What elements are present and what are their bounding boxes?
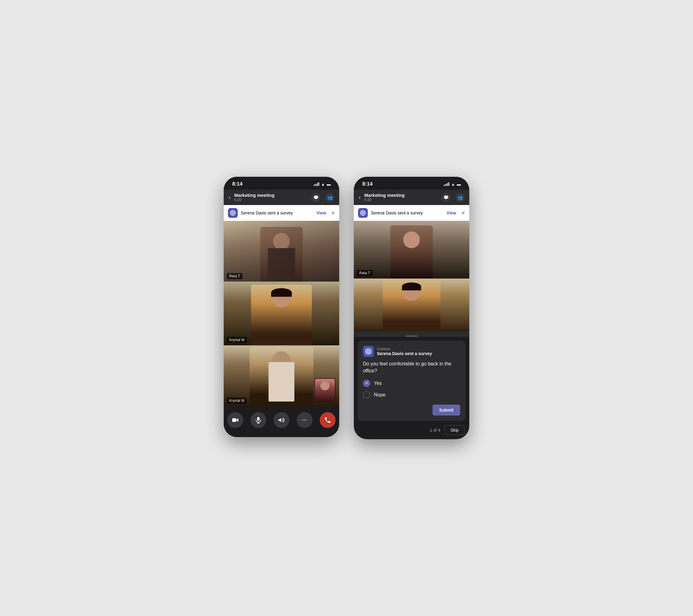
svg-point-13 xyxy=(368,351,369,352)
video-cell-krystal-right xyxy=(354,279,469,332)
survey-view-button-right[interactable]: View xyxy=(447,210,456,215)
call-header-left: ‹ Marketing meeting 5:20 💬 👥 xyxy=(224,189,339,205)
battery-icon-right: ▬ xyxy=(457,182,461,186)
participant-label-krystal-bottom: Krystal M xyxy=(227,397,247,404)
drag-handle[interactable] xyxy=(405,335,418,337)
call-duration-right: 5:20 xyxy=(364,198,438,202)
signal-icon-right xyxy=(444,182,449,186)
back-button-left[interactable]: ‹ xyxy=(229,194,231,201)
speaker-button[interactable] xyxy=(274,412,289,428)
survey-view-button-left[interactable]: View xyxy=(316,210,326,215)
wifi-icon: ▲ xyxy=(321,182,325,186)
survey-org-name: Contoso xyxy=(377,347,432,351)
call-icons-left: 💬 👥 xyxy=(311,193,334,202)
participants-icon-right[interactable]: 👥 xyxy=(455,193,464,202)
left-phone: 8:14 ▲ ▬ ‹ Marketing meeting 5:20 💬 xyxy=(224,177,339,437)
back-button-right[interactable]: ‹ xyxy=(359,194,361,201)
participant-label-reta-right: Reta T xyxy=(357,270,373,276)
survey-panel-sender: Serena Davis sent a survey xyxy=(377,351,432,356)
chat-icon-right[interactable]: 💬 xyxy=(441,193,451,202)
survey-banner-text-right: Serena Davis sent a survey xyxy=(371,210,443,215)
svg-marker-7 xyxy=(278,418,281,422)
end-call-button[interactable] xyxy=(320,412,336,428)
participants-icon[interactable]: 👥 xyxy=(325,193,334,202)
call-header-right: ‹ Marketing meeting 5:20 💬 👥 xyxy=(354,189,469,205)
skip-button[interactable]: Skip xyxy=(445,425,464,435)
call-title-right: Marketing meeting xyxy=(364,192,438,198)
svg-point-2 xyxy=(233,213,234,213)
more-button[interactable]: ··· xyxy=(297,412,313,428)
video-cell-reta-right: Reta T xyxy=(354,221,469,279)
right-phone: 8:14 ▲ ▬ ‹ Marketing meeting 5:20 💬 xyxy=(354,177,469,439)
video-grid-right: Reta T xyxy=(354,221,469,332)
call-controls: ··· xyxy=(224,406,339,437)
svg-point-10 xyxy=(363,213,363,213)
radio-yes[interactable] xyxy=(363,380,370,387)
video-grid-left: Reta T Krystal M xyxy=(224,221,339,406)
radio-nope[interactable] xyxy=(363,391,370,398)
call-duration-left: 5:20 xyxy=(234,198,308,202)
survey-close-button-right[interactable]: ✕ xyxy=(461,210,465,216)
survey-app-icon-left xyxy=(228,208,238,218)
mic-button[interactable] xyxy=(251,412,266,428)
video-button[interactable] xyxy=(227,412,243,428)
status-icons-right: ▲ ▬ xyxy=(444,182,461,186)
mic-control[interactable] xyxy=(251,412,266,428)
video-cell-krystal-mid: Krystal M xyxy=(224,282,339,345)
scene: 8:14 ▲ ▬ ‹ Marketing meeting 5:20 💬 xyxy=(205,159,488,457)
wifi-icon-right: ▲ xyxy=(451,182,455,186)
status-time-left: 8:14 xyxy=(232,181,242,187)
status-bar-right: 8:14 ▲ ▬ xyxy=(354,177,469,189)
option-nope-label: Nope xyxy=(374,392,385,397)
more-control[interactable]: ··· xyxy=(297,412,313,428)
video-control[interactable] xyxy=(227,412,243,428)
survey-page-count: 1 of 4 xyxy=(430,428,440,433)
self-view xyxy=(314,378,336,403)
chat-icon[interactable]: 💬 xyxy=(311,193,320,202)
survey-banner-left: Serena Davis sent a survey View ✕ xyxy=(224,205,339,221)
survey-banner-right: Serena Davis sent a survey View ✕ xyxy=(354,205,469,221)
video-cell-krystal-bottom: Krystal M xyxy=(224,345,339,406)
end-call-control[interactable] xyxy=(320,412,336,428)
video-cell-reta: Reta T xyxy=(224,221,339,282)
call-icons-right: 💬 👥 xyxy=(441,193,464,202)
participant-label-krystal-mid: Krystal M xyxy=(227,337,247,343)
call-title-left: Marketing meeting xyxy=(234,192,308,198)
speaker-control[interactable] xyxy=(274,412,289,428)
status-bar-left: 8:14 ▲ ▬ xyxy=(224,177,339,189)
survey-options: Yes Nope xyxy=(363,380,460,398)
svg-rect-3 xyxy=(232,418,236,422)
battery-icon: ▬ xyxy=(327,182,331,186)
survey-panel-icon xyxy=(363,346,374,357)
signal-icon xyxy=(314,182,319,186)
svg-rect-4 xyxy=(257,417,260,421)
submit-button[interactable]: Submit xyxy=(433,405,460,415)
option-yes-label: Yes xyxy=(374,381,382,386)
survey-banner-text-left: Serena Davis sent a survey xyxy=(241,210,313,215)
survey-submit-row: Submit xyxy=(363,405,460,415)
survey-option-nope[interactable]: Nope xyxy=(363,391,460,398)
survey-close-button-left[interactable]: ✕ xyxy=(331,210,335,216)
survey-app-icon-right xyxy=(358,208,368,218)
participant-label-reta: Reta T xyxy=(227,273,242,279)
survey-question: Do you feel comfortable to go back in th… xyxy=(363,361,460,374)
survey-option-yes[interactable]: Yes xyxy=(363,380,460,387)
status-icons-left: ▲ ▬ xyxy=(314,182,331,186)
survey-panel: Contoso Serena Davis sent a survey Do yo… xyxy=(357,341,466,421)
survey-panel-header: Contoso Serena Davis sent a survey xyxy=(363,346,460,357)
status-time-right: 8:14 xyxy=(362,181,373,187)
survey-footer: 1 of 4 Skip xyxy=(354,421,469,439)
